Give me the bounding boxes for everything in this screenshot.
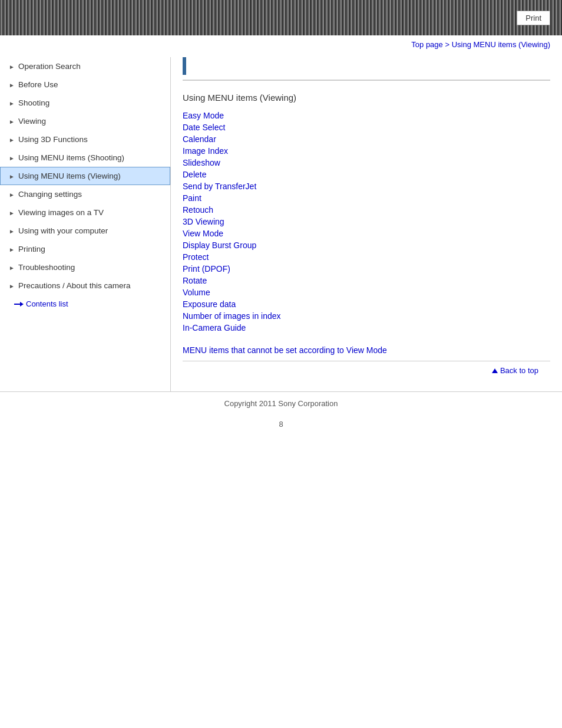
- sidebar-item-label: Using MENU items (Shooting): [18, 153, 124, 162]
- 3d-viewing-link[interactable]: 3D Viewing: [183, 217, 224, 226]
- breadcrumb-current-link[interactable]: Using MENU items (Viewing): [452, 40, 550, 49]
- slideshow-link[interactable]: Slideshow: [183, 158, 220, 167]
- arrow-icon: ►: [9, 283, 15, 289]
- sidebar-item-operation-search[interactable]: ► Operation Search: [0, 57, 170, 75]
- retouch-link[interactable]: Retouch: [183, 205, 213, 215]
- arrow-icon: ►: [9, 64, 15, 70]
- list-item: Retouch: [183, 204, 550, 216]
- link-list: Easy Mode Date Select Calendar Image Ind…: [183, 105, 550, 334]
- menu-items-section: Using MENU items (Viewing) Easy Mode Dat…: [183, 90, 550, 334]
- sidebar-item-using-with-computer[interactable]: ► Using with your computer: [0, 222, 170, 240]
- arrow-right-icon: [14, 301, 24, 307]
- breadcrumb-separator: >: [443, 40, 452, 49]
- header-bar: Print: [0, 0, 562, 35]
- list-item: Display Burst Group: [183, 239, 550, 251]
- blue-accent-bar: [183, 57, 186, 75]
- delete-link[interactable]: Delete: [183, 170, 206, 179]
- arrow-icon: ►: [9, 155, 15, 161]
- list-item: Exposure data: [183, 298, 550, 310]
- sidebar-item-label: Using MENU items (Viewing): [18, 172, 121, 180]
- rotate-link[interactable]: Rotate: [183, 276, 207, 285]
- arrow-icon: ►: [9, 210, 15, 216]
- arrow-icon: ►: [9, 265, 15, 271]
- easy-mode-link[interactable]: Easy Mode: [183, 111, 224, 120]
- list-item: Volume: [183, 286, 550, 298]
- sidebar-item-precautions[interactable]: ► Precautions / About this camera: [0, 276, 170, 295]
- arrow-icon: ►: [9, 192, 15, 197]
- display-burst-group-link[interactable]: Display Burst Group: [183, 241, 256, 250]
- sidebar-item-label: Viewing images on a TV: [18, 208, 104, 217]
- sidebar-item-label: Printing: [18, 245, 45, 253]
- footer-bar: Copyright 2011 Sony Corporation: [0, 391, 562, 414]
- list-item: Easy Mode: [183, 110, 550, 121]
- content-area: Using MENU items (Viewing) Easy Mode Dat…: [171, 57, 562, 391]
- volume-link[interactable]: Volume: [183, 288, 210, 297]
- sidebar-item-troubleshooting[interactable]: ► Troubleshooting: [0, 258, 170, 276]
- content-title-bar: [183, 57, 550, 81]
- list-item: View Mode: [183, 228, 550, 239]
- sidebar: ► Operation Search ► Before Use ► Shooti…: [0, 57, 171, 391]
- arrow-icon: ►: [9, 173, 15, 179]
- print-dpof-link[interactable]: Print (DPOF): [183, 264, 230, 274]
- sidebar-item-viewing-images-tv[interactable]: ► Viewing images on a TV: [0, 203, 170, 222]
- list-item: Paint: [183, 192, 550, 204]
- list-item: Delete: [183, 169, 550, 180]
- list-item: Slideshow: [183, 157, 550, 169]
- main-layout: ► Operation Search ► Before Use ► Shooti…: [0, 51, 562, 391]
- sidebar-item-label: Operation Search: [18, 62, 81, 71]
- list-item: 3D Viewing: [183, 216, 550, 228]
- list-item: Send by TransferJet: [183, 180, 550, 192]
- list-item: Rotate: [183, 275, 550, 286]
- arrow-icon: ►: [9, 100, 15, 106]
- section-heading: Using MENU items (Viewing): [183, 90, 550, 105]
- sidebar-item-using-menu-viewing[interactable]: ► Using MENU items (Viewing): [0, 167, 170, 185]
- sidebar-item-using-menu-shooting[interactable]: ► Using MENU items (Shooting): [0, 149, 170, 167]
- triangle-up-icon: [492, 368, 498, 373]
- image-index-link[interactable]: Image Index: [183, 146, 228, 156]
- protect-link[interactable]: Protect: [183, 252, 209, 262]
- list-item: Protect: [183, 251, 550, 263]
- date-select-link[interactable]: Date Select: [183, 123, 225, 132]
- view-mode-link[interactable]: View Mode: [183, 229, 223, 238]
- sidebar-item-label: Viewing: [18, 117, 46, 126]
- sidebar-item-before-use[interactable]: ► Before Use: [0, 75, 170, 94]
- page-number: 8: [0, 414, 562, 434]
- calendar-link[interactable]: Calendar: [183, 134, 216, 144]
- list-item: Calendar: [183, 133, 550, 145]
- number-of-images-link[interactable]: Number of images in index: [183, 311, 281, 321]
- arrow-icon: ►: [9, 246, 15, 252]
- sidebar-item-label: Precautions / About this camera: [18, 281, 131, 290]
- sidebar-item-label: Changing settings: [18, 190, 82, 199]
- list-item: Date Select: [183, 121, 550, 133]
- paint-link[interactable]: Paint: [183, 193, 201, 203]
- list-item: Print (DPOF): [183, 263, 550, 275]
- breadcrumb-top-link[interactable]: Top page: [411, 40, 443, 49]
- sidebar-item-changing-settings[interactable]: ► Changing settings: [0, 185, 170, 203]
- sidebar-item-shooting[interactable]: ► Shooting: [0, 94, 170, 112]
- contents-list-link[interactable]: Contents list: [0, 295, 170, 313]
- arrow-icon: ►: [9, 82, 15, 88]
- in-camera-guide-link[interactable]: In-Camera Guide: [183, 323, 246, 332]
- contents-list-label: Contents list: [26, 299, 68, 308]
- copyright-text: Copyright 2011 Sony Corporation: [224, 399, 338, 408]
- list-item: Number of images in index: [183, 310, 550, 322]
- back-to-top-link[interactable]: Back to top: [492, 366, 538, 375]
- sidebar-item-using-3d[interactable]: ► Using 3D Functions: [0, 130, 170, 149]
- list-item: Image Index: [183, 145, 550, 157]
- sidebar-item-label: Shooting: [18, 98, 49, 107]
- sidebar-item-viewing[interactable]: ► Viewing: [0, 112, 170, 130]
- arrow-icon: ►: [9, 118, 15, 124]
- menu-cannot-set-link[interactable]: MENU items that cannot be set according …: [183, 345, 550, 355]
- arrow-icon: ►: [9, 228, 15, 234]
- exposure-data-link[interactable]: Exposure data: [183, 299, 236, 309]
- breadcrumb: Top page > Using MENU items (Viewing): [0, 35, 562, 51]
- sidebar-item-printing[interactable]: ► Printing: [0, 240, 170, 258]
- back-to-top-label: Back to top: [500, 366, 538, 375]
- print-button[interactable]: Print: [517, 11, 550, 25]
- content-footer: Back to top: [183, 361, 550, 380]
- send-by-transferjet-link[interactable]: Send by TransferJet: [183, 182, 256, 191]
- sidebar-item-label: Before Use: [18, 80, 58, 89]
- list-item: In-Camera Guide: [183, 322, 550, 334]
- arrow-icon: ►: [9, 137, 15, 143]
- sidebar-item-label: Using 3D Functions: [18, 135, 88, 144]
